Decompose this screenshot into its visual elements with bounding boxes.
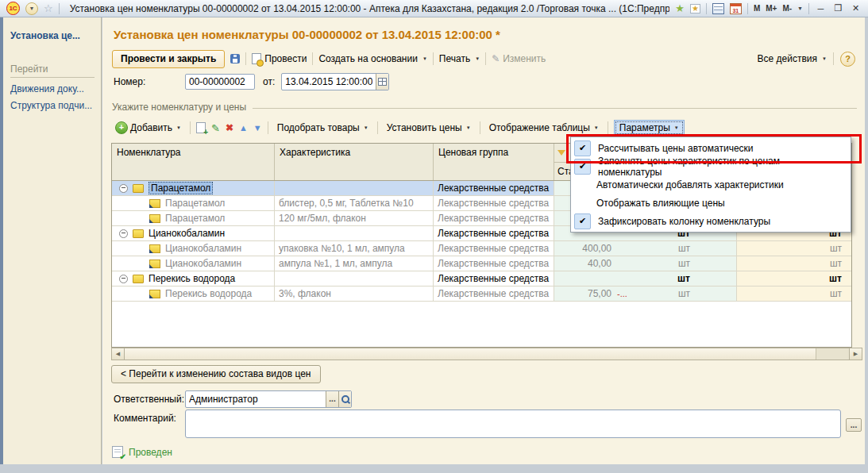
nomenclature-cell[interactable]: Цианокобаламин xyxy=(112,226,275,240)
system-menu-icon[interactable]: ▼ xyxy=(25,2,38,15)
date-input[interactable] xyxy=(282,75,376,89)
memory-minus-button[interactable]: M- xyxy=(782,4,792,13)
post-and-close-button[interactable]: Провести и закрыть xyxy=(112,50,225,68)
scroll-left-icon[interactable]: ◀ xyxy=(112,348,125,360)
nomenclature-cell[interactable]: Цианокобаламин xyxy=(112,241,275,256)
price-cell[interactable]: 400,00шт xyxy=(554,241,737,256)
responsible-input[interactable] xyxy=(186,392,326,406)
menu-item[interactable]: Отображать влияющие цены xyxy=(571,194,851,212)
help-button[interactable]: ? xyxy=(840,52,855,67)
price-cell-2[interactable]: шт xyxy=(737,256,852,271)
pick-goods-button[interactable]: Подобрать товары ▼ xyxy=(274,121,372,135)
menu-item[interactable]: ✔Заполнять цены характеристик по ценам н… xyxy=(571,157,851,175)
responsible-search-button[interactable] xyxy=(338,391,351,407)
characteristic-cell[interactable]: 120 мг/5мл, флакон xyxy=(275,211,434,225)
characteristic-cell[interactable] xyxy=(275,226,434,240)
maximize-button[interactable]: ❒ xyxy=(832,3,844,13)
characteristic-cell[interactable] xyxy=(275,181,434,195)
all-actions-button[interactable]: Все действия ▼ xyxy=(758,53,827,64)
date-picker-button[interactable] xyxy=(376,74,388,90)
price-group-cell[interactable]: Лекарственные средства xyxy=(434,241,554,256)
price-cell[interactable]: 75,00-...шт xyxy=(554,286,737,301)
table-view-button[interactable]: Отображение таблицы ▼ xyxy=(486,121,602,135)
sidebar-nav-header: Перейти xyxy=(10,63,95,78)
price-cell-2[interactable]: шт xyxy=(737,241,852,256)
price-group-cell[interactable]: Лекарственные средства xyxy=(434,256,554,271)
close-button[interactable]: ✕ xyxy=(850,3,862,13)
horizontal-scrollbar[interactable]: ◀ ▶ xyxy=(111,348,862,360)
sidebar: Установка це... Перейти Движения доку...… xyxy=(3,17,102,464)
favorites-star-icon[interactable]: ☆ xyxy=(44,3,53,13)
memory-plus-button[interactable]: M+ xyxy=(766,4,777,13)
parameters-button[interactable]: Параметры ▼ xyxy=(614,120,685,136)
create-based-on-button[interactable]: Создать на основании ▼ xyxy=(318,53,426,64)
price-group-cell[interactable]: Лекарственные средства xyxy=(434,181,554,195)
collapse-group-icon[interactable] xyxy=(119,229,128,238)
chevron-down-icon: ▼ xyxy=(176,125,181,130)
nomenclature-text: Парацетамол xyxy=(149,182,213,194)
nomenclature-cell[interactable]: Парацетамол xyxy=(112,181,275,195)
table-row[interactable]: Цианокобаламинупаковка №10, 1 мл, ампула… xyxy=(112,241,851,256)
post-button[interactable]: Провести xyxy=(252,53,307,64)
collapse-group-icon[interactable] xyxy=(119,184,128,193)
table-toolbar: + Добавить ▼ ✎ ✖ ▲ ▼ Подобрать товары ▼ … xyxy=(112,118,685,137)
memory-recall-button[interactable]: M xyxy=(754,4,760,13)
characteristic-cell[interactable]: 3%, флакон xyxy=(275,286,434,301)
calculator-icon[interactable] xyxy=(712,3,724,14)
characteristic-cell[interactable] xyxy=(275,271,434,286)
collapse-group-icon[interactable] xyxy=(119,275,128,283)
checkmark-placeholder xyxy=(574,196,589,210)
price-group-cell[interactable]: Лекарственные средства xyxy=(434,211,554,225)
sidebar-item-document-movements[interactable]: Движения доку... xyxy=(10,83,95,94)
move-up-icon[interactable]: ▲ xyxy=(239,123,248,133)
responsible-lookup-button[interactable]: ... xyxy=(326,391,338,407)
ellipsis-icon: ... xyxy=(851,421,857,429)
price-cell-2[interactable]: шт xyxy=(737,286,852,301)
characteristic-cell[interactable]: упаковка №10, 1 мл, ампула xyxy=(275,241,434,256)
price-cell[interactable]: шт xyxy=(554,271,737,286)
price-group-cell[interactable]: Лекарственные средства xyxy=(434,271,554,286)
favorites-window-icon[interactable]: ★ xyxy=(690,4,700,13)
copy-row-icon[interactable] xyxy=(196,122,206,133)
price-group-cell[interactable]: Лекарственные средства xyxy=(434,286,554,301)
add-button[interactable]: + Добавить ▼ xyxy=(112,120,184,136)
price-group-cell[interactable]: Лекарственные средства xyxy=(434,196,554,210)
table-row[interactable]: Перекись водородаЛекарственные средстваш… xyxy=(112,271,851,286)
sidebar-item-subordination-structure[interactable]: Структура подчи... xyxy=(10,100,95,111)
add-favorite-icon[interactable]: ★ xyxy=(675,3,685,13)
characteristic-cell[interactable]: ампула №1, 1 мл, ампула xyxy=(275,256,434,271)
characteristic-cell[interactable]: блистер, 0,5 мг, Таблетка №10 xyxy=(275,196,434,210)
price-cell-2[interactable]: шт xyxy=(737,271,852,286)
delete-row-icon[interactable]: ✖ xyxy=(226,122,233,133)
scroll-right-icon[interactable]: ▶ xyxy=(849,348,862,360)
goto-price-kinds-button[interactable]: < Перейти к изменению состава видов цен xyxy=(111,365,321,383)
column-header-characteristic[interactable]: Характеристика xyxy=(275,144,434,180)
toolbar-overflow-icon[interactable]: ▼ xyxy=(797,6,803,11)
table-row[interactable]: Цианокобаламинампула №1, 1 мл, ампулаЛек… xyxy=(112,256,851,271)
menu-item[interactable]: ✔Зафиксировать колонку номенклатуры xyxy=(571,212,851,230)
move-down-icon[interactable]: ▼ xyxy=(253,123,262,133)
price-group-cell[interactable]: Лекарственные средства xyxy=(434,226,554,240)
nomenclature-cell[interactable]: Парацетамол xyxy=(112,211,275,225)
nomenclature-cell[interactable]: Перекись водорода xyxy=(112,271,275,286)
comment-expand-button[interactable]: ... xyxy=(846,418,862,432)
column-header-nomenclature[interactable]: Номенклатура xyxy=(112,144,275,180)
table-row[interactable]: Перекись водорода3%, флаконЛекарственные… xyxy=(112,286,851,302)
column-header-price-group[interactable]: Ценовая группа xyxy=(434,144,554,180)
save-icon[interactable] xyxy=(230,54,240,63)
set-prices-button[interactable]: Установить цены ▼ xyxy=(384,121,474,135)
window-title: Установка цен номенклатуры 00-00000002 о… xyxy=(65,3,670,14)
menu-item[interactable]: Автоматически добавлять характеристики xyxy=(571,175,851,194)
nomenclature-cell[interactable]: Парацетамол xyxy=(112,196,275,210)
number-input[interactable] xyxy=(185,74,255,90)
nomenclature-cell[interactable]: Перекись водорода xyxy=(112,286,275,301)
edit-row-icon[interactable]: ✎ xyxy=(211,122,220,134)
print-button[interactable]: Печать ▼ xyxy=(439,53,480,64)
minimize-button[interactable]: ─ xyxy=(815,4,827,13)
nomenclature-cell[interactable]: Цианокобаламин xyxy=(112,256,275,271)
price-cell[interactable]: 40,00шт xyxy=(554,256,737,271)
calendar-icon[interactable]: 31 xyxy=(730,3,742,14)
scrollbar-thumb[interactable] xyxy=(125,348,816,360)
comment-label: Комментарий: xyxy=(114,413,185,424)
comment-input[interactable] xyxy=(186,410,840,437)
